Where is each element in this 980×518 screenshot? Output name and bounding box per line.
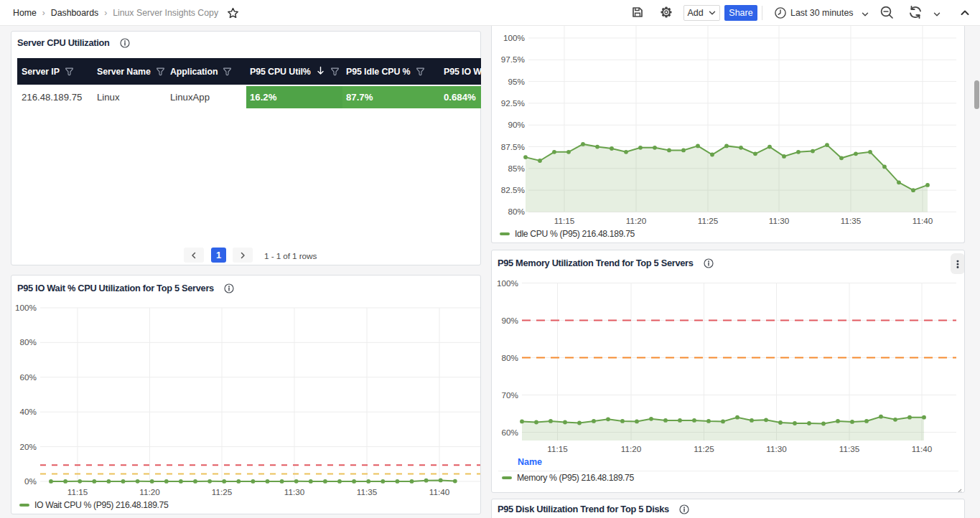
svg-text:85%: 85%	[508, 164, 525, 173]
svg-text:11:20: 11:20	[139, 487, 160, 496]
svg-text:20%: 20%	[20, 442, 37, 451]
svg-text:90%: 90%	[508, 120, 525, 129]
svg-text:95%: 95%	[508, 77, 525, 86]
svg-text:40%: 40%	[20, 407, 37, 416]
svg-text:11:30: 11:30	[769, 216, 790, 225]
svg-text:60%: 60%	[502, 428, 518, 437]
svg-text:11:20: 11:20	[626, 216, 647, 225]
svg-text:11:25: 11:25	[698, 216, 719, 225]
svg-text:92.5%: 92.5%	[501, 98, 525, 108]
svg-text:11:25: 11:25	[694, 444, 714, 453]
svg-text:11:35: 11:35	[839, 444, 860, 453]
svg-text:80%: 80%	[20, 337, 37, 347]
svg-text:100%: 100%	[503, 33, 525, 42]
svg-text:11:35: 11:35	[357, 487, 378, 496]
svg-text:11:20: 11:20	[621, 444, 642, 453]
svg-text:11:40: 11:40	[913, 216, 933, 225]
svg-text:87.5%: 87.5%	[501, 142, 525, 151]
svg-text:100%: 100%	[15, 303, 37, 312]
svg-text:60%: 60%	[20, 372, 37, 382]
svg-text:11:30: 11:30	[284, 487, 305, 496]
svg-text:80%: 80%	[508, 207, 525, 216]
svg-text:0%: 0%	[24, 476, 37, 486]
svg-text:11:25: 11:25	[212, 487, 233, 496]
svg-text:11:35: 11:35	[841, 216, 862, 225]
svg-text:97.5%: 97.5%	[501, 55, 525, 64]
svg-text:100%: 100%	[497, 278, 518, 288]
svg-text:11:15: 11:15	[547, 444, 568, 453]
svg-text:11:15: 11:15	[67, 487, 88, 496]
svg-text:11:30: 11:30	[766, 444, 787, 453]
svg-text:11:40: 11:40	[912, 444, 933, 453]
svg-text:11:15: 11:15	[554, 216, 575, 225]
svg-text:80%: 80%	[502, 353, 518, 362]
svg-text:82.5%: 82.5%	[501, 185, 525, 194]
svg-text:70%: 70%	[502, 390, 518, 400]
svg-text:90%: 90%	[502, 316, 518, 325]
svg-text:11:40: 11:40	[429, 487, 450, 496]
